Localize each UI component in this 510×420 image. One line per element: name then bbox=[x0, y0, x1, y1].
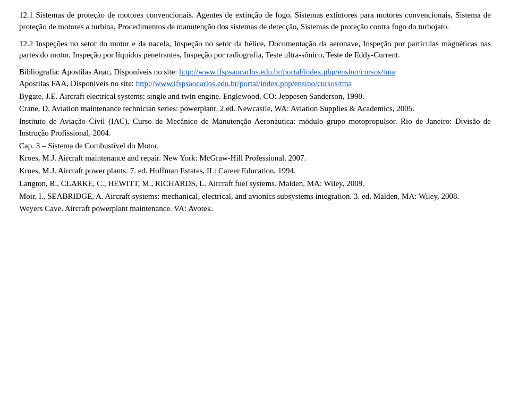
bib-entry-2: Bygate, J.E. Aircraft electrical systems… bbox=[19, 91, 491, 103]
paragraph-2-text: 12.2 Inspeções no setor do motor e da na… bbox=[19, 39, 491, 60]
bib-entry-9: Moir, I., SEABRIDGE, A. Aircraft systems… bbox=[19, 191, 491, 203]
bib-entry-5-text: Cap. 3 – Sistema de Combustível do Motor… bbox=[19, 141, 159, 150]
bib-entry-3-text: Crane, D. Aviation maintenance technicia… bbox=[19, 104, 414, 113]
paragraph-1: 12.1 Sistemas de proteção de motores con… bbox=[19, 10, 491, 33]
bib-entry-8: Langton, R., CLARKE, C., HEWITT, M., RIC… bbox=[19, 178, 491, 190]
bib-entry-9-text: Moir, I., SEABRIDGE, A. Aircraft systems… bbox=[19, 192, 459, 200]
bib-entry-8-text: Langton, R., CLARKE, C., HEWITT, M., RIC… bbox=[19, 179, 364, 188]
bib-faa-link[interactable]: http://www.ifspsaocarlos.edu.br/portal/i… bbox=[136, 79, 352, 88]
bib-entry-links: Bibliografia: Apostilas Anac, Disponívei… bbox=[19, 66, 491, 90]
bib-faa-prefix: Apostilas FAA, Disponíveis no site: bbox=[19, 79, 136, 88]
bib-label: Bibliografia: bbox=[19, 68, 60, 76]
bib-entry-6: Kroes, M.J. Aircraft maintenance and rep… bbox=[19, 153, 491, 164]
bib-entry-4-text: Instituto de Aviação Civil (IAC). Curso … bbox=[19, 117, 491, 137]
bib-anac-prefix: Apostilas Anac, Disponíveis no site: bbox=[62, 68, 180, 76]
paragraph-2: 12.2 Inspeções no setor do motor e da na… bbox=[19, 38, 491, 62]
bib-entry-5: Cap. 3 – Sistema de Combustível do Motor… bbox=[19, 140, 491, 152]
bib-entry-4: Instituto de Aviação Civil (IAC). Curso … bbox=[19, 116, 491, 139]
bib-entry-10-text: Weyers Cave. Aircraft powerplant mainten… bbox=[19, 204, 213, 213]
paragraph-1-text: 12.1 Sistemas de proteção de motores con… bbox=[19, 11, 491, 31]
bib-entry-2-text: Bygate, J.E. Aircraft electrical systems… bbox=[19, 92, 364, 100]
bib-entry-10: Weyers Cave. Aircraft powerplant mainten… bbox=[19, 203, 491, 215]
bibliography-section: Bibliografia: Apostilas Anac, Disponívei… bbox=[19, 66, 491, 215]
bib-entry-7: Kroes, M.J. Aircraft power plants. 7. ed… bbox=[19, 165, 491, 177]
bib-entry-3: Crane, D. Aviation maintenance technicia… bbox=[19, 103, 491, 115]
main-content: 12.1 Sistemas de proteção de motores con… bbox=[19, 10, 491, 215]
bib-anac-link[interactable]: http://www.ifspsaocarlos.edu.br/portal/i… bbox=[179, 68, 395, 76]
bib-entry-6-text: Kroes, M.J. Aircraft maintenance and rep… bbox=[19, 154, 306, 162]
bib-entry-7-text: Kroes, M.J. Aircraft power plants. 7. ed… bbox=[19, 166, 296, 175]
